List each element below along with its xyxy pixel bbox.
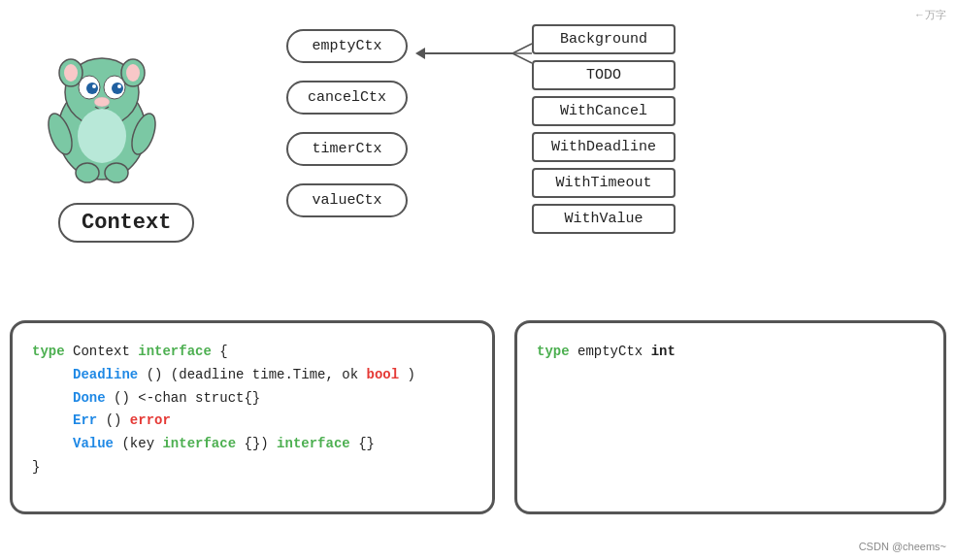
- arrow-icon: [415, 39, 542, 68]
- gopher-icon: [29, 29, 175, 184]
- svg-point-12: [94, 97, 110, 107]
- method-done: Done: [73, 390, 106, 406]
- svg-point-16: [105, 163, 128, 182]
- code-box-right: type emptyCtx int: [514, 320, 946, 514]
- svg-line-20: [512, 44, 532, 53]
- box-withcancel: WithCancel: [532, 96, 676, 126]
- box-withdeadline: WithDeadline: [532, 132, 676, 162]
- code-line-5: Value (key interface {}) interface {}: [32, 433, 473, 456]
- gopher-section: Context: [19, 29, 214, 252]
- ctx-node-timerCtx: timerCtx: [286, 132, 408, 166]
- keyword-interface-3: interface: [277, 436, 350, 451]
- method-deadline: Deadline: [73, 367, 138, 382]
- right-boxes: Background TODO WithCancel WithDeadline …: [532, 24, 676, 234]
- watermark: CSDN @cheems~: [859, 541, 946, 552]
- svg-marker-19: [415, 48, 425, 59]
- svg-line-22: [512, 53, 532, 63]
- ctx-nodes: emptyCtx cancelCtx timerCtx valueCtx: [286, 29, 408, 217]
- method-err: Err: [73, 412, 97, 428]
- method-value: Value: [73, 436, 114, 451]
- svg-point-5: [126, 64, 140, 82]
- ctx-node-cancelCtx: cancelCtx: [286, 81, 408, 115]
- svg-point-11: [117, 84, 121, 88]
- keyword-type-right: type: [537, 344, 570, 359]
- ctx-node-emptyCtx: emptyCtx: [286, 29, 408, 63]
- svg-point-9: [112, 82, 123, 94]
- keyword-type: type: [32, 344, 65, 359]
- keyword-bool: bool: [366, 367, 399, 382]
- box-withtimeout: WithTimeout: [532, 168, 676, 198]
- keyword-interface-1: interface: [138, 344, 212, 359]
- code-line-2: Deadline () (deadline time.Time, ok bool…: [32, 364, 473, 387]
- box-withvalue: WithValue: [532, 204, 676, 234]
- code-right-line-1: type emptyCtx int: [537, 341, 924, 364]
- keyword-interface-2: interface: [162, 436, 236, 451]
- svg-point-10: [92, 84, 96, 88]
- box-todo: TODO: [532, 60, 676, 90]
- context-label: Context: [58, 203, 194, 243]
- code-line-1: type Context interface {: [32, 341, 473, 364]
- ctx-node-valueCtx: valueCtx: [286, 183, 408, 217]
- box-background: Background: [532, 24, 676, 54]
- diagram-area: Context emptyCtx cancelCtx timerCtx valu…: [0, 10, 956, 311]
- code-line-3: Done () <-chan struct{}: [32, 387, 473, 411]
- svg-point-17: [78, 109, 126, 163]
- code-boxes-container: type Context interface { Deadline () (de…: [10, 320, 946, 514]
- code-line-4: Err () error: [32, 410, 473, 433]
- svg-point-15: [76, 163, 99, 182]
- code-box-left: type Context interface { Deadline () (de…: [10, 320, 495, 514]
- svg-point-3: [64, 64, 78, 82]
- svg-point-8: [86, 82, 98, 94]
- keyword-int: int: [651, 344, 676, 359]
- code-line-6: }: [32, 456, 473, 479]
- keyword-error: error: [130, 412, 171, 428]
